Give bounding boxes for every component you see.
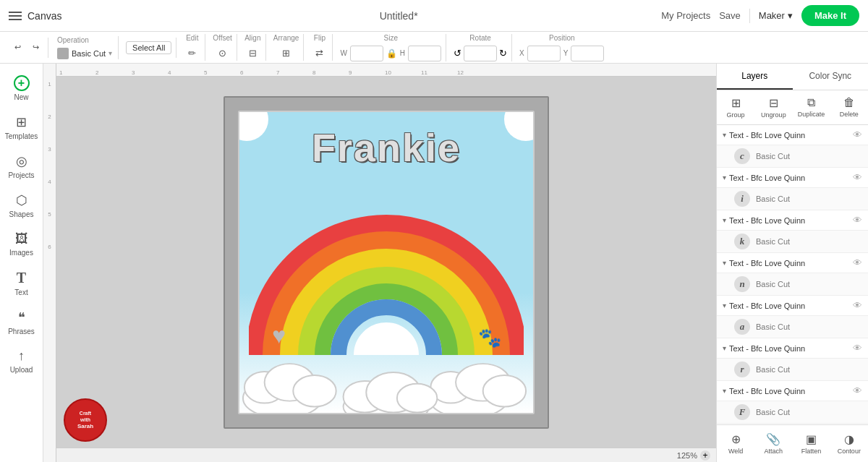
flatten-button[interactable]: ▣ Flatten: [793, 428, 830, 459]
nav-divider: [749, 9, 750, 23]
position-label: Position: [549, 34, 575, 42]
eye-icon[interactable]: 👁: [853, 172, 862, 183]
layer-cut-label: Basic Cut: [756, 237, 790, 246]
layer-name: Text - Bfc Love Quinn: [729, 174, 850, 182]
select-all-button[interactable]: Select All: [126, 41, 171, 54]
sidebar-item-new[interactable]: + New: [3, 69, 41, 107]
delete-button[interactable]: 🗑 Delete: [830, 93, 868, 121]
layer-cut-label: Basic Cut: [756, 365, 790, 374]
templates-icon: ⊞: [16, 114, 27, 130]
eye-icon[interactable]: 👁: [853, 257, 862, 268]
eye-icon[interactable]: 👁: [853, 215, 862, 226]
undo-button[interactable]: ↩: [10, 40, 25, 54]
layer-sub-item: r Basic Cut: [717, 359, 868, 381]
arrange-button[interactable]: ⊞: [278, 46, 294, 61]
size-w-input[interactable]: [350, 46, 383, 61]
heart-icon: ♥: [272, 322, 286, 349]
layer-sub-item: k Basic Cut: [717, 231, 868, 253]
align-button[interactable]: ⊟: [244, 46, 261, 61]
flip-button[interactable]: ⇄: [311, 46, 328, 61]
sidebar-item-projects[interactable]: ◎ Projects: [3, 147, 41, 185]
chevron-down-icon: ▾: [788, 10, 793, 21]
sidebar-label-text: Text: [14, 288, 27, 296]
sidebar-item-templates[interactable]: ⊞ Templates: [3, 108, 41, 146]
align-group: Align ⊟: [240, 34, 266, 61]
zoom-in-button[interactable]: +: [700, 450, 710, 461]
layer-letter-icon: n: [734, 276, 750, 292]
layer-group-header: ▾ Text - Bfc Love Quinn 👁: [723, 300, 862, 311]
sidebar-item-shapes[interactable]: ⬡ Shapes: [3, 187, 41, 224]
ruler-top: 1 2 3 4 5 6 7 8 9 10 11 12: [56, 64, 716, 77]
layer-chevron-icon: ▾: [723, 216, 726, 224]
layer-letter-icon: c: [734, 148, 750, 164]
layer-item[interactable]: ▾ Text - Bfc Love Quinn 👁: [717, 381, 868, 401]
duplicate-button[interactable]: ⧉ Duplicate: [793, 93, 830, 121]
sidebar-item-text[interactable]: T Text: [3, 264, 41, 302]
layer-item[interactable]: ▾ Text - Bfc Love Quinn 👁: [717, 210, 868, 231]
ungroup-button[interactable]: ⊟ Ungroup: [754, 93, 792, 121]
bottom-bar: 125% +: [56, 448, 716, 462]
layer-chevron-icon: ▾: [723, 259, 726, 267]
ungroup-icon: ⊟: [769, 96, 778, 110]
group-button[interactable]: ⊞ Group: [717, 93, 754, 121]
edit-button[interactable]: ✏: [184, 46, 200, 61]
tab-color-sync[interactable]: Color Sync: [793, 64, 869, 90]
canvas-content: Frankie: [56, 77, 716, 448]
operation-group: Operation Basic Cut ▾: [51, 36, 119, 59]
pos-y-input[interactable]: [571, 46, 604, 61]
size-group: Size W 🔒 H: [336, 34, 446, 61]
undo-redo-group: ↩ ↪: [6, 38, 48, 58]
contour-button[interactable]: ◑ Contour: [830, 428, 868, 459]
layer-item[interactable]: ▾ Text - Bfc Love Quinn 👁: [717, 296, 868, 316]
right-panel: Layers Color Sync ⊞ Group ⊟ Ungroup ⧉ Du…: [716, 64, 868, 462]
attach-button[interactable]: 📎 Attach: [754, 428, 792, 459]
phrases-icon: ❝: [18, 309, 25, 325]
group-icon: ⊞: [731, 96, 741, 110]
sidebar-item-phrases[interactable]: ❝ Phrases: [3, 304, 41, 341]
layer-item[interactable]: ▾ Text - Bfc Love Quinn 👁: [717, 253, 868, 273]
pos-y-label: Y: [563, 49, 569, 57]
layer-sub-item: F Basic Cut: [717, 401, 868, 424]
sidebar-item-images[interactable]: 🖼 Images: [3, 226, 41, 262]
eye-icon[interactable]: 👁: [853, 385, 862, 396]
eye-icon[interactable]: 👁: [853, 343, 862, 354]
offset-button[interactable]: ⊙: [214, 46, 231, 61]
rotate-group: Rotate ↺ ↻: [449, 34, 512, 61]
pos-x-input[interactable]: [527, 46, 561, 61]
ruler-left: 1 2 3 4 5 6: [43, 64, 56, 462]
make-it-button[interactable]: Make It: [801, 5, 859, 26]
layer-group-header: ▾ Text - Bfc Love Quinn 👁: [723, 257, 862, 268]
layer-item[interactable]: ▾ Text - Bfc Love Quinn 👁: [717, 168, 868, 188]
eye-icon[interactable]: 👁: [853, 129, 862, 140]
rotate-ccw-icon[interactable]: ↺: [454, 48, 461, 59]
menu-icon[interactable]: [9, 12, 22, 20]
canvas-area[interactable]: 1 2 3 4 5 6 7 8 9 10 11 12 1 2 3 4 5: [43, 64, 716, 462]
select-all-group: Select All: [122, 38, 176, 58]
layer-item[interactable]: ▾ Text - Bfc Love Quinn 👁: [717, 338, 868, 359]
size-label: Size: [384, 34, 398, 42]
layer-sub-item: a Basic Cut: [717, 316, 868, 338]
tab-layers[interactable]: Layers: [717, 64, 793, 90]
redo-button[interactable]: ↪: [28, 40, 43, 54]
panel-tabs: Layers Color Sync: [717, 64, 868, 90]
layer-name: Text - Bfc Love Quinn: [729, 301, 850, 310]
size-h-input[interactable]: [408, 46, 441, 61]
layer-chevron-icon: ▾: [723, 174, 726, 181]
layer-item[interactable]: ▾ Text - Bfc Love Quinn 👁: [717, 125, 868, 145]
my-projects-link[interactable]: My Projects: [661, 10, 710, 21]
operation-chevron-icon: ▾: [109, 49, 112, 57]
eye-icon[interactable]: 👁: [853, 300, 862, 311]
layer-letter-icon: a: [734, 319, 750, 335]
rotate-cw-icon[interactable]: ↻: [499, 48, 507, 59]
canvas-label: Canvas: [27, 10, 61, 22]
edit-label: Edit: [186, 34, 198, 42]
weld-button[interactable]: ⊕ Weld: [717, 428, 754, 459]
save-link[interactable]: Save: [719, 10, 741, 21]
sidebar-label-projects: Projects: [8, 171, 34, 179]
rotate-input[interactable]: [464, 46, 497, 61]
operation-color-swatch: [57, 48, 69, 59]
offset-group: Offset ⊙: [208, 34, 237, 61]
layer-name: Text - Bfc Love Quinn: [729, 259, 850, 268]
sidebar-item-upload[interactable]: ↑ Upload: [3, 343, 41, 380]
maker-dropdown[interactable]: Maker ▾: [759, 10, 793, 21]
